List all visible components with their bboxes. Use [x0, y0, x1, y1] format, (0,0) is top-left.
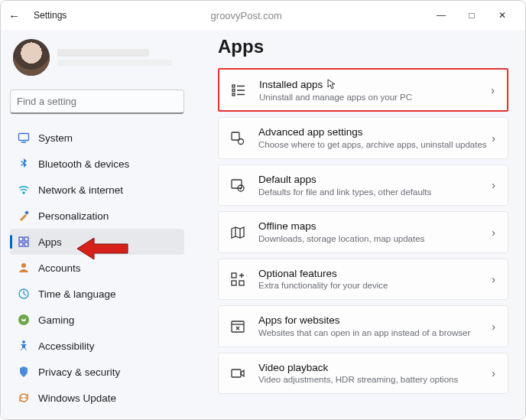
sidebar-item-label: Accounts	[38, 262, 81, 274]
watermark: groovyPost.com	[67, 10, 426, 21]
sidebar-item-windows-update[interactable]: Windows Update	[10, 385, 184, 411]
card-title: Installed apps	[259, 77, 489, 92]
sidebar-item-privacy-security[interactable]: Privacy & security	[10, 359, 184, 385]
card-desc: Uninstall and manage apps on your PC	[259, 92, 489, 103]
paintbrush-icon	[18, 210, 30, 222]
avatar	[13, 39, 50, 76]
chevron-right-icon: ›	[490, 367, 497, 379]
chevron-right-icon: ›	[490, 179, 497, 191]
gaming-icon	[18, 314, 30, 326]
card-title: Optional features	[258, 267, 490, 281]
card-apps-for-websites[interactable]: Apps for websites Websites that can open…	[218, 305, 508, 347]
card-advanced-app-settings[interactable]: Advanced app settings Choose where to ge…	[218, 117, 508, 158]
sidebar-item-network[interactable]: Network & internet	[10, 177, 184, 203]
card-optional-features[interactable]: Optional features Extra functionality fo…	[218, 259, 508, 300]
search-input[interactable]	[17, 96, 177, 107]
svg-point-21	[239, 138, 244, 144]
svg-rect-15	[232, 89, 235, 91]
sidebar-item-system[interactable]: System	[10, 125, 184, 151]
svg-rect-5	[24, 210, 29, 215]
map-icon	[229, 224, 246, 241]
svg-rect-14	[232, 85, 235, 87]
sidebar: System Bluetooth & devices Network & int…	[1, 30, 190, 419]
chevron-right-icon: ›	[490, 273, 497, 285]
card-default-apps[interactable]: Default apps Defaults for file and link …	[218, 164, 508, 206]
card-desc: Downloads, storage location, map updates	[258, 233, 490, 245]
sidebar-item-label: Apps	[38, 236, 62, 248]
update-icon	[18, 392, 30, 404]
page-title: Apps	[218, 36, 508, 57]
svg-rect-16	[232, 93, 235, 96]
sidebar-item-label: Accessibility	[38, 340, 95, 352]
sidebar-item-time-language[interactable]: Time & language	[10, 281, 184, 307]
chevron-right-icon: ›	[490, 321, 497, 333]
bluetooth-icon	[18, 158, 30, 170]
svg-point-10	[21, 263, 26, 268]
sidebar-item-label: Privacy & security	[38, 366, 120, 378]
sidebar-item-label: Time & language	[38, 288, 116, 300]
sidebar-item-label: Network & internet	[38, 184, 123, 196]
sidebar-item-gaming[interactable]: Gaming	[10, 307, 184, 333]
user-email-redacted	[57, 60, 172, 66]
clock-globe-icon	[18, 288, 30, 300]
card-desc: Video adjustments, HDR streaming, batter…	[258, 374, 490, 386]
chevron-right-icon: ›	[489, 84, 496, 96]
wifi-icon	[18, 184, 30, 196]
plus-grid-icon	[229, 271, 246, 288]
system-icon	[18, 132, 30, 144]
shield-icon	[18, 366, 30, 378]
svg-rect-29	[232, 370, 241, 377]
sidebar-item-bluetooth[interactable]: Bluetooth & devices	[10, 151, 184, 177]
mouse-cursor-icon	[327, 79, 336, 93]
sidebar-item-label: Personalization	[38, 210, 109, 222]
sidebar-item-label: Gaming	[38, 314, 74, 326]
window-title: Settings	[34, 10, 67, 21]
card-title: Default apps	[258, 173, 490, 187]
video-icon	[229, 365, 246, 382]
card-desc: Extra functionality for your device	[258, 280, 490, 291]
titlebar: ← Settings groovyPost.com — □ ✕	[1, 1, 525, 30]
apps-icon	[18, 236, 30, 248]
card-video-playback[interactable]: Video playback Video adjustments, HDR st…	[218, 353, 508, 394]
card-installed-apps[interactable]: Installed apps Uninstall and manage apps…	[218, 68, 508, 112]
sidebar-item-apps[interactable]: Apps	[10, 229, 184, 255]
svg-rect-24	[232, 273, 236, 278]
default-apps-icon	[229, 177, 246, 194]
card-title: Offline maps	[258, 220, 490, 233]
maximize-button[interactable]: □	[456, 4, 487, 27]
sidebar-item-accessibility[interactable]: Accessibility	[10, 333, 184, 359]
card-desc: Choose where to get apps, archive apps, …	[258, 139, 490, 151]
user-profile[interactable]	[10, 36, 184, 85]
svg-rect-22	[232, 180, 242, 188]
back-button[interactable]: ←	[8, 9, 20, 22]
app-gear-icon	[229, 130, 246, 147]
person-icon	[18, 262, 30, 274]
close-button[interactable]: ✕	[487, 4, 518, 27]
svg-rect-8	[19, 243, 23, 246]
svg-rect-20	[232, 132, 239, 140]
sidebar-item-label: Bluetooth & devices	[38, 158, 129, 170]
chevron-right-icon: ›	[490, 132, 497, 145]
chevron-right-icon: ›	[490, 226, 497, 239]
svg-point-13	[22, 340, 25, 343]
list-icon	[230, 82, 247, 99]
minimize-button[interactable]: —	[426, 4, 456, 27]
svg-rect-9	[24, 243, 28, 246]
card-title: Video playback	[258, 361, 490, 375]
card-offline-maps[interactable]: Offline maps Downloads, storage location…	[218, 211, 508, 252]
card-desc: Websites that can open in an app instead…	[258, 327, 490, 339]
sidebar-item-personalization[interactable]: Personalization	[10, 203, 184, 229]
link-app-icon	[229, 318, 246, 335]
accessibility-icon	[18, 340, 30, 352]
sidebar-item-accounts[interactable]: Accounts	[10, 255, 184, 281]
svg-rect-25	[232, 281, 236, 285]
sidebar-item-label: Windows Update	[38, 392, 116, 404]
svg-point-4	[23, 192, 24, 194]
sidebar-item-label: System	[38, 132, 73, 144]
svg-rect-6	[19, 237, 23, 241]
svg-rect-26	[239, 281, 244, 285]
user-name-redacted	[57, 49, 149, 57]
card-desc: Defaults for file and link types, other …	[258, 187, 490, 198]
card-title: Advanced app settings	[258, 125, 490, 139]
search-box[interactable]	[10, 90, 184, 114]
